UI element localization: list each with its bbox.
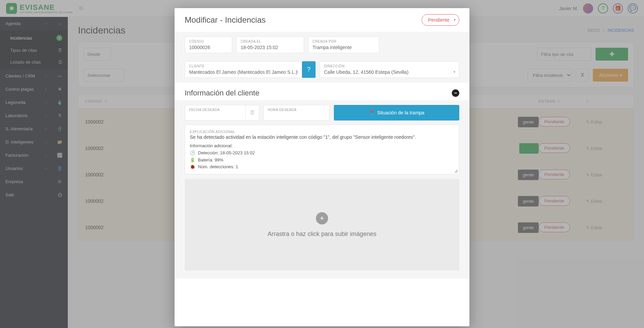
info-cliente-title: Información del cliente: [185, 89, 259, 97]
resize-handle[interactable]: [454, 169, 458, 173]
form-grid-1: CÓDIGO 10000026 CREADA EL 18-05-2023 15:…: [175, 32, 469, 83]
info-block: FECHA DESEADA 🗓 HORA DESEADA 📍 Situación…: [175, 100, 469, 279]
cliente-select[interactable]: CLIENTE Mantecados El Jameo (Mantecados …: [185, 61, 302, 78]
edit-incidencia-modal: Modificar - Incidencias Pendiente CÓDIGO…: [175, 8, 469, 326]
plus-circle-icon: +: [316, 212, 328, 224]
situacion-trampa-button[interactable]: 📍 Situación de la trampa: [334, 105, 459, 121]
cliente-help-button[interactable]: ?: [302, 61, 316, 78]
status-dropdown[interactable]: Pendiente: [422, 14, 459, 26]
calendar-icon[interactable]: 🗓: [246, 105, 259, 121]
bug-icon: 🐞: [190, 163, 195, 171]
collapse-section-button[interactable]: −: [452, 89, 459, 97]
battery-icon: 🔋: [190, 157, 195, 164]
creada-el-field[interactable]: CREADA EL 18-05-2023 15:02: [236, 37, 304, 53]
codigo-field[interactable]: CÓDIGO 10000026: [185, 37, 232, 53]
pin-icon: 📍: [369, 110, 375, 115]
hora-deseada-field[interactable]: HORA DESEADA: [263, 105, 330, 121]
modal-title: Modificar - Incidencias: [185, 15, 266, 25]
modal-overlay: Modificar - Incidencias Pendiente CÓDIGO…: [0, 0, 644, 328]
fecha-deseada-field[interactable]: FECHA DESEADA: [185, 105, 246, 121]
creada-por-field[interactable]: CREADA POR Trampa inteligente: [308, 37, 379, 53]
info-adicional-title: Información adicional:: [190, 143, 454, 150]
direccion-select[interactable]: DIRECCIÓN Calle Ubeda, 12, 41560 Estepa …: [320, 61, 459, 78]
clock-icon: 🕑: [190, 150, 195, 157]
image-dropzone[interactable]: + Arrastra o haz click para subir imágen…: [185, 179, 459, 270]
dropzone-text: Arrastra o haz click para subir imágenes: [267, 231, 376, 238]
explicacion-textarea[interactable]: EXPLICACIÓN ADICIONAL Se ha detectado ac…: [185, 125, 459, 174]
